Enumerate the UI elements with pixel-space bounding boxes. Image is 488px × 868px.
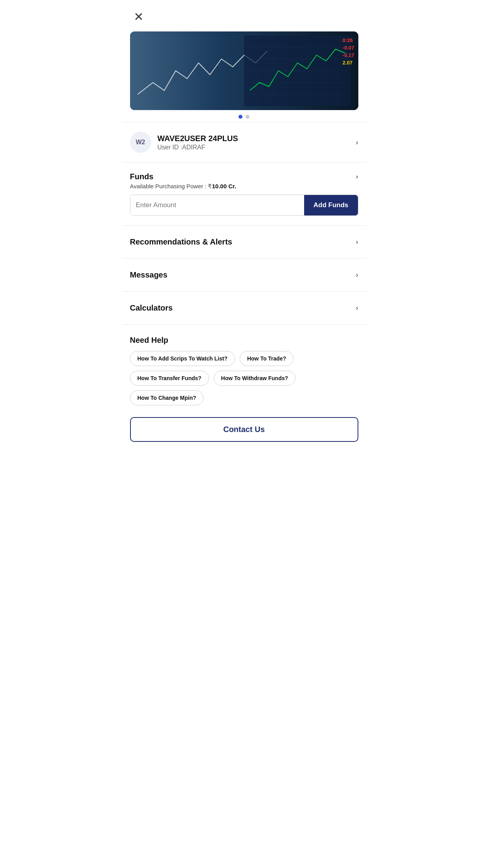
need-help-section: Need Help How To Add Scrips To Watch Lis… [122,328,366,413]
user-name: WAVE2USER 24PLUS [158,134,356,143]
help-pill-mpin[interactable]: How To Change Mpin? [130,390,204,405]
calculators-nav-item[interactable]: Calculators › [122,295,366,321]
calculators-label: Calculators [130,303,173,313]
need-help-title: Need Help [130,336,358,345]
divider-3 [122,225,366,226]
divider-5 [122,291,366,292]
hero-section: 0:26 -0.07 -0.17 2.07 [122,31,366,119]
recommendations-label: Recommendations & Alerts [130,237,232,246]
help-pill-scrips[interactable]: How To Add Scrips To Watch List? [130,351,235,366]
stock-num-3: -0.17 [343,52,354,58]
close-button[interactable] [132,9,146,24]
help-pill-transfer[interactable]: How To Transfer Funds? [130,371,209,386]
divider-4 [122,258,366,259]
stock-numbers: 0:26 -0.07 -0.17 2.07 [343,37,354,66]
stock-num-1: 0:26 [343,37,353,43]
recommendations-nav-item[interactable]: Recommendations & Alerts › [122,229,366,255]
help-pills-container: How To Add Scrips To Watch List? How To … [130,351,358,405]
calculators-chevron-icon: › [356,304,358,312]
user-chevron-icon: › [356,138,358,147]
hero-banner: 0:26 -0.07 -0.17 2.07 [130,31,358,110]
user-profile-row[interactable]: W2 WAVE2USER 24PLUS User ID :ADIRAF › [122,125,366,159]
funds-label: Funds [130,172,154,181]
user-avatar: W2 [130,132,151,153]
stock-num-2: -0.07 [343,45,354,51]
carousel-dots [130,115,358,119]
help-pill-trade[interactable]: How To Trade? [240,351,294,366]
available-purchasing-power: Available Purchasing Power : ₹10.00 Cr. [130,183,358,190]
carousel-dot-1[interactable] [238,115,242,119]
funds-chevron-icon: › [356,173,358,181]
divider-6 [122,324,366,325]
funds-section: Funds › Available Purchasing Power : ₹10… [122,166,366,222]
help-pill-withdraw[interactable]: How To Withdraw Funds? [214,371,296,386]
user-id: User ID :ADIRAF [158,144,356,151]
user-info: WAVE2USER 24PLUS User ID :ADIRAF [158,134,356,151]
stock-num-4: 2.07 [343,60,352,66]
funds-input-row: Add Funds [130,195,358,216]
contact-us-label: Contact Us [223,425,265,434]
divider-2 [122,162,366,163]
recommendations-chevron-icon: › [356,238,358,246]
messages-chevron-icon: › [356,271,358,279]
add-funds-button[interactable]: Add Funds [304,195,358,215]
divider-1 [122,122,366,122]
contact-us-bar[interactable]: Contact Us [130,417,358,442]
amount-input[interactable] [130,195,304,215]
carousel-dot-2[interactable] [246,115,250,119]
messages-label: Messages [130,270,168,280]
messages-nav-item[interactable]: Messages › [122,262,366,288]
